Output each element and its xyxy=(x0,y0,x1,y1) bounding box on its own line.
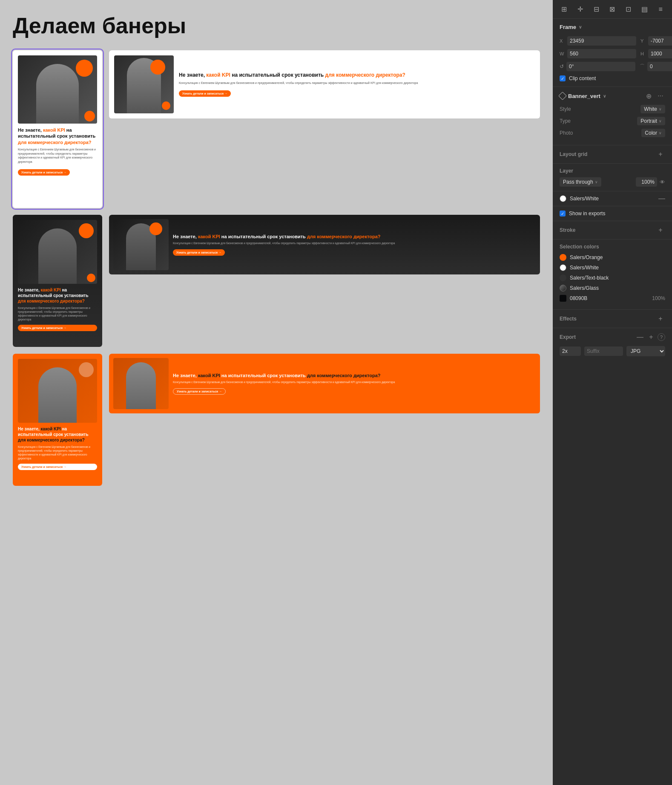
rotation-input[interactable] xyxy=(566,62,635,71)
dark-portrait-person xyxy=(38,228,77,284)
sel-swatch-text-black[interactable] xyxy=(560,274,566,281)
export-help-icon[interactable]: ? xyxy=(658,333,665,341)
component-section: Banner_vert ∨ ⊕ ··· Style White ∨ Type P… xyxy=(553,87,672,145)
w-label: W xyxy=(560,51,565,56)
toolbar-icon-more[interactable]: ≡ xyxy=(655,3,666,15)
style-label: Style xyxy=(560,106,571,112)
h-field: H xyxy=(640,49,672,58)
clip-content-checkbox[interactable] xyxy=(560,75,566,81)
component-more-icon[interactable]: ··· xyxy=(656,91,665,101)
effects-label: Effects xyxy=(560,316,577,322)
sel-swatch-glass[interactable] xyxy=(560,285,566,291)
photo-dropdown[interactable]: Color ∨ xyxy=(641,129,665,137)
photo-chevron-icon: ∨ xyxy=(659,131,662,135)
banner-photo-area xyxy=(18,55,97,124)
show-exports-label: Show in exports xyxy=(569,211,605,216)
sel-swatch-dark[interactable] xyxy=(560,295,566,302)
toolbar-icon-align-center[interactable]: ✛ xyxy=(574,3,586,15)
corner-input[interactable] xyxy=(647,62,672,71)
export-suffix-input[interactable] xyxy=(584,346,623,356)
visibility-toggle-icon[interactable]: 👁 xyxy=(660,179,665,185)
component-name-text: Banner_vert xyxy=(568,93,600,99)
show-exports-checkbox[interactable] xyxy=(560,211,566,216)
toolbar-icon-align-right[interactable]: ▤ xyxy=(638,3,650,15)
dark-portrait-heading: Не знаете, какой KPI на испытательный ср… xyxy=(18,287,97,304)
export-scale-input[interactable] xyxy=(560,346,581,356)
dark-portrait-cta: Узнать детали и записаться → xyxy=(18,325,97,331)
layout-grid-add-icon[interactable]: + xyxy=(656,150,665,159)
x-field: X xyxy=(560,36,636,46)
fill-row: Salers/White — xyxy=(553,191,672,206)
toolbar-icon-spacing[interactable]: ⊡ xyxy=(623,3,635,15)
orange-landscape-heading: Не знаете, какой KPI на испытательный ср… xyxy=(173,372,536,378)
sel-color-dark: 08090B 100% xyxy=(560,295,665,302)
type-dropdown[interactable]: Portrait ∨ xyxy=(637,117,665,125)
banner-orange-landscape-card[interactable]: Не знаете, какой KPI на испытательный ср… xyxy=(109,354,540,486)
banner-dark-landscape-card[interactable]: Не знаете, какой KPI на испытательный ср… xyxy=(109,215,540,347)
style-value: White xyxy=(644,106,657,112)
export-format-select[interactable]: JPG PNG SVG PDF xyxy=(626,346,665,356)
component-actions: ⊕ ··· xyxy=(644,91,665,101)
person-silhouette xyxy=(36,64,79,124)
banner-white-portrait-card[interactable]: Не знаете, какой KPI на испытательный ср… xyxy=(13,50,102,208)
dark-portrait-subtext: Консультация с Евгением Шугаевым для биз… xyxy=(18,306,97,321)
orange-portrait-photo xyxy=(18,359,97,423)
orange-landscape-person xyxy=(126,362,156,409)
banner-orange-portrait-card[interactable]: Не знаете, какой KPI на испытательный ср… xyxy=(13,354,102,486)
style-dropdown[interactable]: White ∨ xyxy=(640,105,665,113)
panel-toolbar: ⊞ ✛ ⊟ ⊠ ⊡ ▤ ≡ xyxy=(553,0,672,19)
component-chevron-icon: ∨ xyxy=(603,94,606,98)
style-row: Style White ∨ xyxy=(560,105,665,113)
photo-label: Photo xyxy=(560,130,573,136)
h-input[interactable] xyxy=(648,49,672,58)
toolbar-icon-layout[interactable]: ⊠ xyxy=(606,3,618,15)
type-row: Type Portrait ∨ xyxy=(560,117,665,125)
export-remove-icon[interactable]: — xyxy=(635,332,645,342)
corner-icon: ⌒ xyxy=(640,63,645,70)
fill-color-swatch[interactable] xyxy=(560,195,566,202)
component-target-icon[interactable]: ⊕ xyxy=(644,91,653,101)
dark-landscape-oc xyxy=(149,222,162,235)
canvas-area: Делаем банеры Не знаете, какой KPI на ис… xyxy=(0,0,553,785)
show-exports-row: Show in exports xyxy=(553,206,672,221)
type-label: Type xyxy=(560,118,571,124)
style-chevron-icon: ∨ xyxy=(659,107,662,111)
export-header: Export — + ? xyxy=(560,332,665,342)
blend-chevron-icon: ∨ xyxy=(595,180,598,184)
rotation-icon: ↺ xyxy=(560,63,564,69)
sel-swatch-white[interactable] xyxy=(560,264,566,271)
x-input[interactable] xyxy=(567,36,636,46)
y-input[interactable] xyxy=(648,36,672,46)
rotation-field: ↺ xyxy=(560,62,635,71)
fill-remove-icon[interactable]: — xyxy=(658,195,665,202)
frame-section: Frame ∨ X Y W H ⟳ xyxy=(553,19,672,87)
orange-portrait-cta: Узнать детали и записаться → xyxy=(18,464,97,470)
dark-portrait-oc xyxy=(79,223,94,238)
w-input[interactable] xyxy=(567,49,636,58)
landscape-photo-box xyxy=(114,55,174,113)
stroke-label: Stroke xyxy=(560,227,575,233)
stroke-add-icon[interactable]: + xyxy=(656,225,665,235)
orange-portrait-subtext: Консультация с Евгением Шугаевым для биз… xyxy=(18,445,97,460)
component-name-area: Banner_vert ∨ xyxy=(560,93,606,99)
banner-text-area: Не знаете, какой KPI на испытательный ср… xyxy=(18,127,97,203)
banner-dark-portrait-card[interactable]: Не знаете, какой KPI на испытательный ср… xyxy=(13,215,102,347)
toolbar-icon-align-left[interactable]: ⊞ xyxy=(558,3,570,15)
x-label: X xyxy=(560,38,565,43)
export-add-icon[interactable]: + xyxy=(646,332,656,342)
dark-landscape-cta: Узнать детали и записаться → xyxy=(173,249,225,256)
effects-add-icon[interactable]: + xyxy=(656,314,665,323)
dark-landscape-subtext: Консультация с Евгением Шугаевым для биз… xyxy=(173,241,536,245)
effects-section: Effects + xyxy=(553,310,672,328)
clip-content-row: Clip content xyxy=(560,75,665,81)
type-value: Portrait xyxy=(640,118,657,124)
banner-white-landscape-card[interactable]: Не знаете, какой KPI на испытательный ср… xyxy=(109,50,540,208)
banner-white-portrait: Не знаете, какой KPI на испытательный ср… xyxy=(13,50,102,208)
opacity-input[interactable] xyxy=(636,177,657,187)
toolbar-icon-distribute[interactable]: ⊟ xyxy=(590,3,602,15)
orange-landscape-photo-box xyxy=(113,358,169,409)
banner-heading: Не знаете, какой KPI на испытательный ср… xyxy=(18,127,97,145)
sel-swatch-orange[interactable] xyxy=(560,254,566,261)
blend-mode-dropdown[interactable]: Pass through ∨ xyxy=(560,177,601,187)
orange-landscape-cta: Узнать детали и записаться → xyxy=(173,388,226,395)
